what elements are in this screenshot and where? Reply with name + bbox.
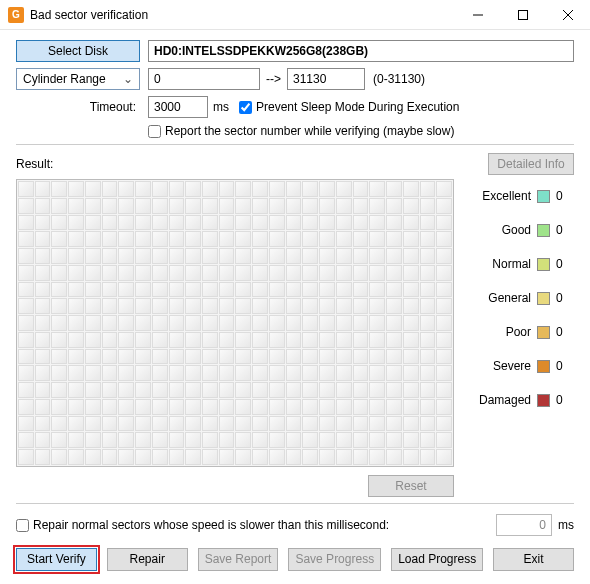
- sector-cell: [319, 416, 335, 432]
- prevent-sleep-input[interactable]: [239, 101, 252, 114]
- sector-cell: [269, 181, 285, 197]
- sector-cell: [420, 315, 436, 331]
- start-verify-button[interactable]: Start Verify: [16, 548, 97, 571]
- legend-row: Poor0: [464, 325, 574, 339]
- sector-cell: [369, 349, 385, 365]
- sector-cell: [152, 432, 168, 448]
- sector-cell: [319, 349, 335, 365]
- sector-cell: [102, 198, 118, 214]
- sector-cell: [436, 365, 452, 381]
- sector-cell: [302, 349, 318, 365]
- sector-cell: [135, 399, 151, 415]
- sector-cell: [118, 365, 134, 381]
- sector-cell: [436, 282, 452, 298]
- sector-cell: [336, 349, 352, 365]
- sector-cell: [135, 248, 151, 264]
- sector-cell: [235, 181, 251, 197]
- sector-cell: [51, 315, 67, 331]
- sector-cell: [386, 215, 402, 231]
- sector-cell: [68, 332, 84, 348]
- sector-cell: [68, 382, 84, 398]
- sector-cell: [152, 416, 168, 432]
- sector-cell: [369, 298, 385, 314]
- reset-button[interactable]: Reset: [368, 475, 454, 497]
- sector-cell: [219, 265, 235, 281]
- sector-cell: [403, 248, 419, 264]
- sector-cell: [403, 231, 419, 247]
- close-button[interactable]: [545, 0, 590, 30]
- sector-cell: [420, 332, 436, 348]
- sector-cell: [369, 365, 385, 381]
- maximize-button[interactable]: [500, 0, 545, 30]
- legend-row: Damaged0: [464, 393, 574, 407]
- sector-cell: [252, 349, 268, 365]
- minimize-button[interactable]: [455, 0, 500, 30]
- sector-cell: [185, 416, 201, 432]
- sector-cell: [252, 332, 268, 348]
- sector-cell: [420, 365, 436, 381]
- detailed-info-button[interactable]: Detailed Info: [488, 153, 574, 175]
- sector-cell: [286, 416, 302, 432]
- repair-slow-checkbox[interactable]: Repair normal sectors whose speed is slo…: [16, 518, 389, 532]
- select-disk-button[interactable]: Select Disk: [16, 40, 140, 62]
- sector-cell: [319, 215, 335, 231]
- legend-count: 0: [556, 223, 574, 237]
- sector-cell: [252, 198, 268, 214]
- sector-cell: [219, 298, 235, 314]
- close-icon: [563, 10, 573, 20]
- load-progress-button[interactable]: Load Progress: [391, 548, 483, 571]
- sector-cell: [51, 265, 67, 281]
- range-end-input[interactable]: [287, 68, 365, 90]
- sector-cell: [386, 416, 402, 432]
- sector-cell: [369, 248, 385, 264]
- sector-cell: [286, 399, 302, 415]
- sector-cell: [403, 265, 419, 281]
- sector-cell: [85, 449, 101, 465]
- range-mode-dropdown[interactable]: Cylinder Range ⌄: [16, 68, 140, 90]
- titlebar: G Bad sector verification: [0, 0, 590, 30]
- sector-cell: [118, 449, 134, 465]
- sector-cell: [102, 382, 118, 398]
- sector-cell: [169, 265, 185, 281]
- sector-cell: [85, 282, 101, 298]
- save-report-button[interactable]: Save Report: [198, 548, 279, 571]
- sector-cell: [286, 365, 302, 381]
- sector-cell: [152, 449, 168, 465]
- sector-cell: [403, 315, 419, 331]
- sector-cell: [135, 315, 151, 331]
- sector-cell: [269, 332, 285, 348]
- save-progress-button[interactable]: Save Progress: [288, 548, 381, 571]
- sector-cell: [118, 265, 134, 281]
- repair-slow-label: Repair normal sectors whose speed is slo…: [33, 518, 389, 532]
- sector-cell: [436, 298, 452, 314]
- report-sector-input[interactable]: [148, 125, 161, 138]
- sector-cell: [35, 332, 51, 348]
- prevent-sleep-checkbox[interactable]: Prevent Sleep Mode During Execution: [239, 100, 459, 114]
- sector-cell: [252, 282, 268, 298]
- sector-cell: [18, 432, 34, 448]
- range-start-input[interactable]: [148, 68, 260, 90]
- timeout-unit-label: ms: [208, 100, 239, 114]
- sector-cell: [102, 365, 118, 381]
- sector-cell: [152, 382, 168, 398]
- legend-label: Poor: [506, 325, 531, 339]
- sector-cell: [269, 382, 285, 398]
- report-sector-checkbox[interactable]: Report the sector number while verifying…: [148, 124, 454, 138]
- sector-cell: [185, 215, 201, 231]
- sector-cell: [420, 349, 436, 365]
- sector-cell: [319, 365, 335, 381]
- exit-button[interactable]: Exit: [493, 548, 574, 571]
- sector-cell: [319, 399, 335, 415]
- sector-cell: [235, 416, 251, 432]
- timeout-input[interactable]: [148, 96, 208, 118]
- repair-button[interactable]: Repair: [107, 548, 188, 571]
- sector-cell: [118, 416, 134, 432]
- sector-cell: [169, 382, 185, 398]
- sector-cell: [202, 332, 218, 348]
- repair-slow-input[interactable]: [16, 519, 29, 532]
- sector-cell: [386, 231, 402, 247]
- sector-cell: [369, 181, 385, 197]
- sector-cell: [319, 449, 335, 465]
- sector-cell: [118, 231, 134, 247]
- sector-cell: [35, 399, 51, 415]
